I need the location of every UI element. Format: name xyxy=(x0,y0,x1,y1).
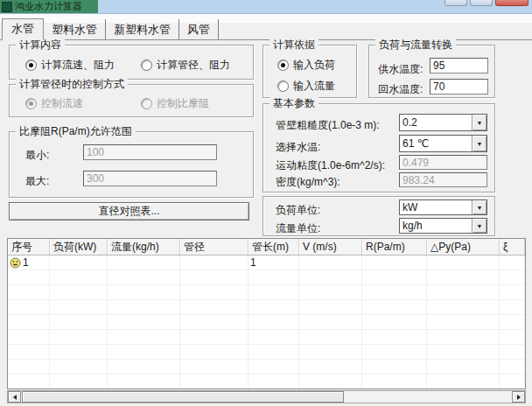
group-title: 比摩阻R(Pa/m)允许范围 xyxy=(16,125,136,137)
water-temp-combo[interactable]: 61 ℃ ▼ xyxy=(399,135,487,152)
table-cell xyxy=(362,345,427,359)
viscosity-label: 运动粘度(1.0e-6m^2/s): xyxy=(276,158,385,173)
radio-label: 计算流速、阻力 xyxy=(41,58,115,73)
radio-icon xyxy=(277,60,289,71)
maximize-button[interactable] xyxy=(470,0,493,6)
combo-value: kW xyxy=(400,200,472,214)
table-cell xyxy=(500,330,525,344)
table-row-empty[interactable] xyxy=(8,270,525,285)
table-cell xyxy=(299,330,362,344)
close-button[interactable] xyxy=(495,0,528,6)
table-row-empty[interactable] xyxy=(8,315,525,330)
tab-new-plastic-pipe[interactable]: 新塑料水管 xyxy=(106,19,179,39)
table-cell xyxy=(500,270,525,284)
table-cell xyxy=(248,270,299,284)
scroll-right-button[interactable] xyxy=(512,391,525,402)
chevron-down-icon[interactable]: ▼ xyxy=(472,219,486,233)
cell-load xyxy=(50,256,108,270)
table-cell xyxy=(427,285,500,299)
scroll-left-button[interactable] xyxy=(8,391,21,402)
column-header-resistance[interactable]: R(Pa/m) xyxy=(362,239,427,255)
roughness-combo[interactable]: 0.2 ▼ xyxy=(399,114,487,131)
table-cell xyxy=(500,315,525,329)
table-cell xyxy=(500,285,525,299)
column-header-length[interactable]: 管长(m) xyxy=(248,239,299,255)
table-cell xyxy=(108,300,180,314)
table-cell xyxy=(299,270,362,284)
scrollbar-thumb[interactable] xyxy=(22,391,344,402)
cell-value: 1 xyxy=(23,256,29,269)
group-control-mode: 计算管径时的控制方式 控制流速 控制比摩阻 xyxy=(9,84,254,117)
group-title: 计算内容 xyxy=(16,38,65,51)
column-header-pressure-drop[interactable]: △Py(Pa) xyxy=(427,239,500,255)
tab-plastic-pipe[interactable]: 塑料水管 xyxy=(44,19,106,39)
right-arrow-icon xyxy=(517,395,521,400)
table-cell xyxy=(362,360,427,374)
group-calc-basis: 计算依据 输入负荷 输入流量 xyxy=(262,45,357,98)
table-cell xyxy=(108,270,180,284)
load-unit-combo[interactable]: kW ▼ xyxy=(399,200,487,215)
table-cell xyxy=(248,330,299,344)
table-cell xyxy=(180,360,248,374)
table-cell xyxy=(248,315,299,329)
radio-calc-diameter-resistance[interactable]: 计算管径、阻力 xyxy=(141,58,230,73)
column-header-load[interactable]: 负荷(kW) xyxy=(50,239,108,255)
table-row-empty[interactable] xyxy=(8,330,525,345)
app-window: 鸿业水力计算器 水管 塑料水管 新塑料水管 风管 计算内容 计算流速、阻力 计算… xyxy=(0,0,532,406)
radio-input-load[interactable]: 输入负荷 xyxy=(277,58,335,73)
minimize-button[interactable] xyxy=(444,0,467,6)
supply-temp-input[interactable] xyxy=(430,58,488,74)
smiley-icon xyxy=(10,257,21,269)
group-load-flow-conversion: 负荷与流量转换 供水温度: 回水温度: xyxy=(368,45,495,98)
flow-unit-combo[interactable]: kg/h ▼ xyxy=(399,218,487,234)
table-row-empty[interactable] xyxy=(8,285,525,300)
chevron-down-icon[interactable]: ▼ xyxy=(472,115,486,130)
table-cell xyxy=(180,270,248,284)
table-cell xyxy=(299,300,362,314)
column-header-velocity[interactable]: V (m/s) xyxy=(299,239,362,255)
min-label: 最小: xyxy=(25,148,49,163)
table-cell xyxy=(362,315,427,329)
table-cell xyxy=(8,330,50,344)
table-cell xyxy=(108,374,180,388)
radio-calc-velocity-resistance[interactable]: 计算流速、阻力 xyxy=(25,58,115,73)
titlebar: 鸿业水力计算器 xyxy=(0,0,532,14)
table-cell xyxy=(248,360,299,374)
table-row-empty[interactable] xyxy=(8,300,525,315)
table-cell xyxy=(8,374,50,388)
tab-water-pipe[interactable]: 水管 xyxy=(2,18,44,40)
table-row[interactable]: 1 1 xyxy=(8,256,525,270)
results-table: 序号 负荷(kW) 流量(kg/h) 管径 管长(m) V (m/s) R(Pa… xyxy=(7,238,526,389)
return-temp-label: 回水温度: xyxy=(378,82,423,97)
radio-icon xyxy=(141,60,152,71)
column-header-diameter[interactable]: 管径 xyxy=(180,239,248,255)
table-cell xyxy=(299,374,362,388)
radio-input-flow[interactable]: 输入流量 xyxy=(277,79,335,94)
group-title: 计算管径时的控制方式 xyxy=(16,78,128,90)
chevron-down-icon[interactable]: ▼ xyxy=(472,200,486,214)
return-temp-input[interactable] xyxy=(430,79,488,94)
combo-value: kg/h xyxy=(400,219,472,233)
table-header: 序号 负荷(kW) 流量(kg/h) 管径 管长(m) V (m/s) R(Pa… xyxy=(8,239,525,256)
table-row-empty[interactable] xyxy=(8,345,525,360)
group-title: 负荷与流量转换 xyxy=(375,38,456,51)
table-cell xyxy=(299,315,362,329)
table-cell xyxy=(8,345,50,359)
cell-pressure-drop xyxy=(427,256,500,270)
table-row-empty[interactable] xyxy=(8,374,525,389)
horizontal-scrollbar[interactable] xyxy=(7,390,526,403)
chevron-down-icon[interactable]: ▼ xyxy=(472,136,486,151)
tab-air-duct[interactable]: 风管 xyxy=(179,19,219,39)
table-row-empty[interactable] xyxy=(8,360,525,374)
supply-temp-label: 供水温度: xyxy=(378,62,423,77)
diameter-table-button[interactable]: 直径对照表... xyxy=(9,202,249,220)
group-units: 负荷单位: kW ▼ 流量单位: kg/h ▼ xyxy=(262,196,495,236)
radio-label: 输入负荷 xyxy=(293,58,335,73)
cell-xi xyxy=(500,256,525,270)
density-input xyxy=(399,172,487,187)
column-header-xi[interactable]: ξ xyxy=(500,239,525,255)
table-cell xyxy=(180,300,248,314)
column-header-index[interactable]: 序号 xyxy=(8,239,50,255)
table-cell xyxy=(299,285,362,299)
column-header-flow[interactable]: 流量(kg/h) xyxy=(108,239,180,255)
